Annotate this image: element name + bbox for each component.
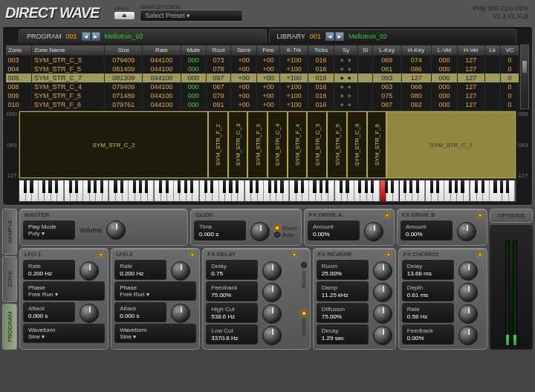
fxdelay-fb-field[interactable]: Feedback75.00%	[206, 281, 258, 301]
playmode-select[interactable]: Play Mode Poly ▾	[23, 220, 75, 240]
fxa-amount-field[interactable]: Amount0.00%	[308, 220, 360, 241]
lfo1-rate-knob[interactable]	[80, 261, 99, 281]
zone-table[interactable]: ZoneZone NameSizeRateMuteRootSemiFineK-T…	[5, 45, 519, 109]
table-row[interactable]: 004SYM_STR_F_5081409044100000078+00+00+1…	[6, 65, 519, 74]
map-region[interactable]: SYM_STR_F_3	[247, 111, 268, 178]
fxb-led-icon[interactable]	[478, 213, 482, 218]
zone-map[interactable]: SYM_STR_C_2SYM_STR_F_2SYM_STR_C_3SYM_STR…	[19, 111, 516, 179]
glide-time-knob[interactable]	[250, 222, 270, 241]
map-region[interactable]: SYM_STR_C_7	[386, 111, 516, 178]
sidetab-program[interactable]: PROGRAM	[2, 304, 17, 350]
col-vc[interactable]: VC	[500, 45, 519, 56]
sidetab-sample[interactable]: SAMPLE	[2, 209, 17, 255]
lfo2-led-icon[interactable]	[190, 252, 195, 257]
tab-program[interactable]: PROGRAM 001 ◄► Mellotron_02	[19, 29, 267, 43]
col-l-key[interactable]: L-Key	[372, 45, 401, 56]
col-h-key[interactable]: H-Key	[401, 45, 431, 56]
map-region[interactable]: SYM_STR_F_6	[367, 111, 387, 178]
lfo2-phase-select[interactable]: PhaseFree Run ▾	[114, 281, 196, 301]
fxdelay-led-icon[interactable]	[292, 252, 296, 257]
lfo2-rate-field[interactable]: Rate0.200 Hz	[114, 260, 166, 280]
fxc-rate-field[interactable]: Rate0.58 Hz	[402, 303, 454, 323]
lfo1-rate-field[interactable]: Rate0.200 Hz	[23, 260, 75, 280]
col-sy[interactable]: Sy	[334, 45, 358, 56]
fxb-amount-knob[interactable]	[457, 222, 476, 241]
map-region[interactable]: SYM_STR_F_2	[208, 111, 228, 178]
col-zone-name[interactable]: Zone Name	[31, 45, 104, 56]
map-region[interactable]: SYM_STR_C_6	[347, 111, 367, 178]
bounce-radio[interactable]: Bounce	[301, 262, 307, 288]
fxr-damp-field[interactable]: Damp11.25 kHz	[317, 281, 369, 301]
fxc-delay-knob[interactable]	[458, 261, 478, 281]
fxa-led-icon[interactable]	[385, 213, 389, 218]
tab-library[interactable]: LIBRARY 001 ◄► Mellotron_02	[269, 29, 517, 43]
col-mute[interactable]: Mute	[181, 45, 206, 56]
lib-next-button[interactable]: ►	[335, 32, 344, 41]
glide-fixed-radio[interactable]: Fixed	[274, 225, 297, 232]
lfo1-led-icon[interactable]	[99, 252, 103, 257]
map-region[interactable]: SYM_STR_C_4	[268, 111, 288, 178]
col-rate[interactable]: Rate	[143, 45, 181, 56]
table-scrollbar[interactable]	[520, 45, 529, 109]
scrollbar-thumb[interactable]	[522, 60, 528, 74]
fxdelay-delay-field[interactable]: Delay0.75	[206, 260, 258, 280]
prog-next-button[interactable]: ►	[91, 32, 100, 41]
map-region[interactable]: SYM_STR_C_2	[19, 111, 208, 178]
table-row[interactable]: 003SYM_STR_C_5079409044100000073+00+00+1…	[6, 56, 519, 65]
fxchorus-led-icon[interactable]	[478, 252, 482, 257]
col-h-vel[interactable]: H-Vel	[457, 45, 484, 56]
table-row[interactable]: 009SYM_STR_F_5071489044100000079+00+00+1…	[6, 91, 519, 100]
preset-select[interactable]: Select Preset ▾	[140, 10, 243, 22]
fxr-decay-knob[interactable]	[373, 326, 392, 345]
lfo2-attack-field[interactable]: Attack0.000 s	[114, 302, 166, 322]
glide-auto-radio[interactable]: Auto	[274, 232, 297, 238]
fxr-room-field[interactable]: Room25.00%	[317, 260, 369, 280]
col-root[interactable]: Root	[206, 45, 230, 56]
col-ticks[interactable]: Ticks	[308, 45, 334, 56]
fxdelay-fb-knob[interactable]	[262, 283, 282, 302]
fxdelay-hc-knob[interactable]	[262, 304, 282, 324]
fxb-amount-field[interactable]: Amount0.00%	[401, 220, 453, 241]
glide-time-field[interactable]: Time0.000 s	[194, 220, 246, 241]
fxdelay-hc-field[interactable]: High Cut538.6 Hz	[206, 303, 258, 323]
fxc-fb-field[interactable]: Feedback0.00%	[402, 324, 454, 344]
volume-knob[interactable]	[106, 220, 126, 240]
fxreverb-led-icon[interactable]	[386, 252, 391, 257]
col-sl[interactable]: Sl	[358, 45, 373, 56]
col-semi[interactable]: Semi	[231, 45, 257, 56]
fxr-damp-knob[interactable]	[373, 283, 392, 302]
table-row[interactable]: 010SYM_STR_F_6079761044100000091+00+00+1…	[6, 100, 519, 109]
fxc-delay-field[interactable]: Delay13.66 ms	[402, 260, 454, 280]
col-fine[interactable]: Fine	[256, 45, 279, 56]
fxa-amount-knob[interactable]	[364, 222, 383, 241]
col-k-trk[interactable]: K-Trk	[280, 45, 308, 56]
lfo1-attack-knob[interactable]	[80, 304, 99, 323]
table-row[interactable]: 008SYM_STR_C_4079409044100000067+00+00+1…	[6, 82, 519, 91]
fxr-decay-field[interactable]: Decay1.29 sec	[317, 324, 369, 344]
lfo1-waveform-select[interactable]: WaveformSine ▾	[23, 324, 105, 343]
col-zone[interactable]: Zone	[6, 45, 32, 56]
sidetab-zone[interactable]: ZONE	[2, 256, 17, 302]
lfo1-attack-field[interactable]: Attack0.000 s	[23, 302, 75, 322]
lfo2-rate-knob[interactable]	[171, 261, 190, 281]
fxdelay-lc-knob[interactable]	[262, 326, 282, 345]
prog-prev-button[interactable]: ◄	[82, 32, 91, 41]
map-region[interactable]: SYM_STR_F_4	[288, 111, 308, 178]
table-row[interactable]: 005SYM_STR_C_7081309044100000097+00+00+1…	[6, 74, 519, 82]
fxr-room-knob[interactable]	[373, 261, 392, 281]
col-l-vel[interactable]: L-Vel	[431, 45, 457, 56]
lfo1-phase-select[interactable]: PhaseFree Run ▾	[23, 281, 105, 301]
fxdelay-lc-field[interactable]: Low Cut3370.8 Hz	[206, 324, 258, 344]
map-region[interactable]: SYM_STR_F_5	[327, 111, 347, 178]
lfo2-attack-knob[interactable]	[171, 304, 190, 323]
fxc-fb-knob[interactable]	[458, 326, 478, 345]
map-region[interactable]: SYM_STR_C_5	[307, 111, 327, 178]
lfo2-waveform-select[interactable]: WaveformSine ▾	[114, 324, 196, 343]
fxr-diff-field[interactable]: Diffusion75.00%	[317, 303, 369, 323]
virtual-keyboard[interactable]	[19, 180, 516, 202]
fxc-depth-field[interactable]: Depth0.61 ms	[402, 281, 454, 301]
fxc-depth-knob[interactable]	[458, 283, 478, 302]
open-button[interactable]: ⏏	[114, 11, 135, 20]
col-size[interactable]: Size	[105, 45, 143, 56]
fxc-rate-knob[interactable]	[458, 304, 478, 324]
